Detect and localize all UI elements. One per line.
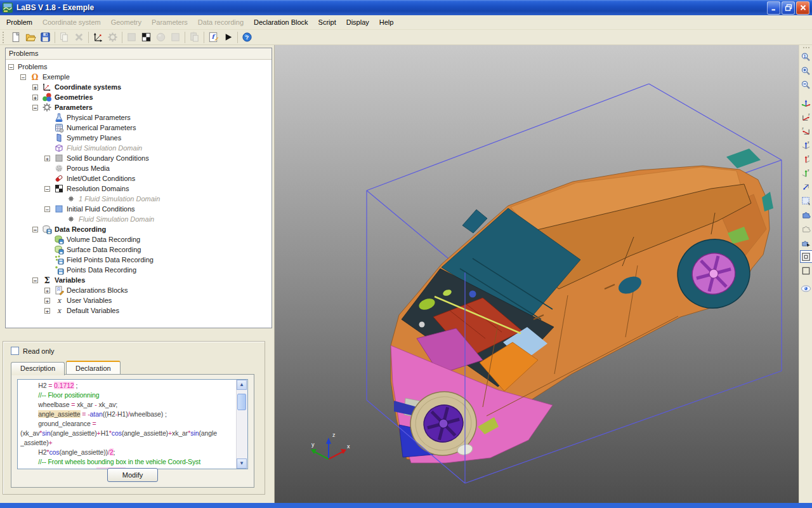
tree-item-exemple[interactable]: −ΩExemple: [6, 72, 272, 82]
tree-item-points-data-recording[interactable]: Points Data Recording: [6, 265, 272, 275]
toolbar-separator: [55, 32, 55, 43]
restore-button[interactable]: [782, 1, 795, 15]
zoom-in-icon[interactable]: [800, 65, 812, 77]
view-isometric-icon[interactable]: [800, 97, 812, 109]
view-axis-x-icon[interactable]: z: [800, 110, 812, 123]
tree-item-physical-parameters[interactable]: Physical Parameters: [6, 112, 272, 123]
tab-description[interactable]: Description: [11, 362, 65, 375]
assembly-full-icon[interactable]: [800, 208, 812, 221]
tree-item-fluid-simulation-domain[interactable]: Fluid Simulation Domain: [6, 143, 272, 153]
about-info-icon[interactable]: ?: [240, 30, 254, 44]
view-axis-x-neg-icon[interactable]: z: [800, 124, 812, 137]
tree-item-parameters[interactable]: −Parameters: [6, 102, 272, 112]
coordinate-system-icon[interactable]: [91, 30, 105, 44]
view-axis-y-icon[interactable]: z: [800, 152, 812, 165]
tree-item-fluid-simulation-domain[interactable]: Fluid Simulation Domain: [6, 214, 272, 224]
display-wireframe-icon[interactable]: [800, 264, 812, 277]
modify-button[interactable]: Modify: [107, 468, 158, 482]
resolution-domain-icon[interactable]: [139, 30, 154, 44]
visibility-eye-icon[interactable]: [800, 282, 812, 295]
assembly-part-icon[interactable]: [800, 236, 812, 249]
collapse-icon[interactable]: −: [44, 186, 50, 192]
collapse-icon[interactable]: −: [32, 227, 38, 232]
toolbar-grip[interactable]: [803, 47, 809, 48]
menu-script[interactable]: Script: [313, 17, 341, 28]
collapse-icon[interactable]: −: [20, 74, 26, 80]
tree-item-user-variables[interactable]: +xUser Variables: [6, 295, 272, 305]
declaration-block-icon[interactable]: [187, 30, 202, 44]
code-scrollbar[interactable]: ▲ ▼: [236, 380, 247, 469]
assembly-outline-icon[interactable]: [800, 222, 812, 235]
tree-item-inlet-outlet-conditions[interactable]: Inlet/Outlet Conditions: [6, 173, 272, 184]
tree-item-declarations-blocks[interactable]: +Declarations Blocks: [6, 285, 272, 295]
tree-item-geometries[interactable]: +Geometries: [6, 92, 272, 102]
tree-item-1-fluid-simulation-domain[interactable]: 1 Fluid Simulation Domain: [6, 194, 272, 204]
tree-item-symmetry-planes[interactable]: Symmetry Planes: [6, 133, 272, 143]
menu-display[interactable]: Display: [341, 17, 374, 28]
script-icon[interactable]: f: [206, 30, 221, 44]
view-axis-z-icon[interactable]: z: [800, 138, 812, 151]
tree-item-porous-media[interactable]: Porous Media: [6, 163, 272, 173]
tree-item-variables[interactable]: −ΣVariables: [6, 275, 272, 285]
open-file-icon[interactable]: [23, 30, 38, 44]
zoom-out-icon[interactable]: [800, 79, 812, 91]
toolbar-grip[interactable]: [3, 32, 6, 43]
porous-sphere-icon[interactable]: [154, 30, 168, 44]
copy-icon[interactable]: [57, 30, 72, 44]
expand-icon[interactable]: +: [44, 308, 50, 314]
collapse-icon[interactable]: −: [8, 64, 14, 70]
collapse-icon[interactable]: −: [44, 206, 50, 212]
tree-item-numerical-parameters[interactable]: Numerical Parameters: [6, 123, 272, 133]
new-file-icon[interactable]: [9, 30, 23, 44]
parameters-gear-icon[interactable]: [105, 30, 120, 44]
tree-item-surface-data-recording[interactable]: Surface Data Recording: [6, 244, 272, 255]
collapse-icon[interactable]: −: [32, 105, 38, 110]
solid-boundary-icon[interactable]: [124, 30, 139, 44]
tree-item-coordinate-systems[interactable]: +Coordinate systems: [6, 82, 272, 92]
menu-parameters[interactable]: Parameters: [147, 17, 193, 28]
tree-item-field-points-data-recording[interactable]: Field Points Data Recording: [6, 255, 272, 265]
menu-data-recording[interactable]: Data recording: [193, 17, 249, 28]
zoom-window-icon[interactable]: [800, 194, 812, 207]
3d-viewport[interactable]: z x y: [274, 45, 799, 504]
expand-icon[interactable]: +: [44, 156, 50, 161]
tree-item-solid-boundary-conditions[interactable]: +Solid Boundary Conditions: [6, 153, 272, 163]
tree-item-label: User Variables: [67, 297, 112, 304]
delete-icon[interactable]: [72, 30, 86, 44]
window-title: LaBS V 1.8 - Exemple: [16, 3, 766, 12]
menu-geometry[interactable]: Geometry: [106, 17, 147, 28]
scrollbar-thumb[interactable]: [237, 394, 246, 410]
tree-item-label: Porous Media: [67, 164, 110, 172]
zoom-actual-icon[interactable]: 1: [800, 51, 812, 64]
read-only-label: Read only: [23, 347, 55, 355]
axis-z-label: z: [332, 432, 336, 438]
tree-item-initial-fluid-conditions[interactable]: −Initial Fluid Conditions: [6, 204, 272, 214]
tree-item-problems[interactable]: −Problems: [6, 62, 272, 72]
tree-item-data-recording[interactable]: −Data Recording: [6, 224, 272, 234]
view-axis-z-neg-icon[interactable]: [800, 180, 812, 193]
tab-declaration[interactable]: Declaration: [66, 361, 121, 374]
menu-coordinate-system[interactable]: Coordinate system: [37, 17, 106, 28]
declaration-code-text[interactable]: H2 = 0.1712 ; //-- Floor positionning wh…: [20, 381, 234, 469]
tree-item-resolution-domains[interactable]: −Resolution Domains: [6, 184, 272, 194]
scroll-up-icon[interactable]: ▲: [237, 380, 247, 390]
expand-icon[interactable]: +: [44, 288, 50, 293]
menu-help[interactable]: Help: [374, 17, 399, 28]
collapse-icon[interactable]: −: [32, 277, 38, 283]
run-simulation-icon[interactable]: [221, 30, 235, 44]
expand-icon[interactable]: +: [32, 84, 38, 90]
expand-icon[interactable]: +: [32, 95, 38, 100]
read-only-checkbox[interactable]: [11, 347, 19, 355]
save-file-icon[interactable]: [38, 30, 53, 44]
display-bounding-box-icon[interactable]: [800, 250, 812, 263]
scroll-down-icon[interactable]: ▼: [237, 458, 247, 469]
menu-declaration-block[interactable]: Declaration Block: [249, 17, 313, 28]
minimize-button[interactable]: [767, 1, 780, 15]
close-icon[interactable]: [796, 1, 809, 15]
initial-condition-icon[interactable]: [168, 30, 183, 44]
tree-item-default-variables[interactable]: +xDefault Variables: [6, 305, 272, 316]
menu-problem[interactable]: Problem: [1, 17, 37, 28]
view-axis-y-neg-icon[interactable]: z: [800, 166, 812, 179]
expand-icon[interactable]: +: [44, 298, 50, 304]
tree-item-volume-data-recording[interactable]: Volume Data Recording: [6, 234, 272, 244]
